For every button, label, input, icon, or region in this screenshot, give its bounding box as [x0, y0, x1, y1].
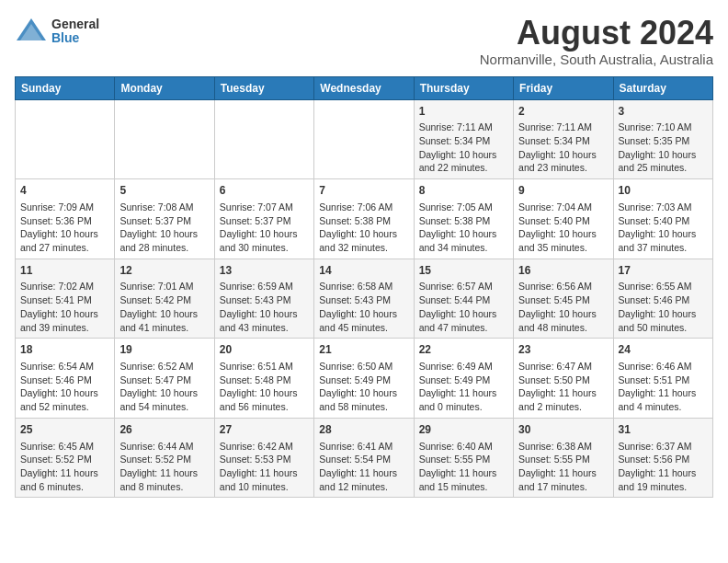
day-info-line: Sunrise: 6:51 AM	[220, 360, 309, 373]
day-info-line: Sunset: 5:42 PM	[119, 293, 209, 307]
day-info-line: Sunset: 5:46 PM	[619, 293, 708, 307]
day-number: 7	[319, 183, 408, 199]
day-info-line: Sunrise: 6:45 AM	[20, 440, 109, 454]
logo: General Blue	[15, 15, 99, 48]
day-info-line: Daylight: 11 hours	[619, 466, 708, 480]
day-number: 30	[518, 422, 608, 438]
week-row-1: 1Sunrise: 7:11 AMSunset: 5:34 PMDaylight…	[16, 99, 713, 179]
logo-blue-text: Blue	[51, 31, 99, 45]
day-info-line: Sunset: 5:38 PM	[419, 214, 508, 228]
day-info-line: and 47 minutes.	[419, 321, 508, 335]
day-info-line: and 56 minutes.	[220, 400, 309, 414]
day-cell-21: 21Sunrise: 6:50 AMSunset: 5:49 PMDayligh…	[314, 339, 414, 419]
day-info-line: and 54 minutes.	[119, 400, 209, 414]
day-info-line: Sunrise: 7:11 AM	[518, 121, 608, 134]
day-info-line: Daylight: 10 hours	[619, 148, 708, 162]
day-info-line: Sunrise: 6:38 AM	[518, 440, 608, 454]
day-header-wednesday: Wednesday	[314, 76, 414, 99]
day-cell-16: 16Sunrise: 6:56 AMSunset: 5:45 PMDayligh…	[514, 259, 613, 339]
day-info-line: Sunset: 5:49 PM	[419, 373, 508, 387]
day-info-line: Daylight: 10 hours	[419, 307, 508, 321]
day-info-line: Sunrise: 7:05 AM	[419, 201, 508, 214]
day-info-line: Daylight: 10 hours	[619, 227, 708, 241]
day-info-line: Sunset: 5:52 PM	[119, 453, 209, 466]
day-info-line: Sunrise: 6:55 AM	[619, 280, 708, 293]
day-info-line: Sunrise: 7:02 AM	[20, 280, 109, 293]
page-header: General Blue August 2024 Normanville, So…	[15, 15, 713, 67]
day-info-line: Sunset: 5:43 PM	[220, 293, 309, 307]
day-info-line: Sunrise: 7:10 AM	[619, 121, 708, 134]
day-info-line: and 0 minutes.	[419, 400, 508, 414]
day-info-line: Sunrise: 6:57 AM	[419, 280, 508, 293]
day-info-line: Daylight: 10 hours	[518, 227, 608, 241]
day-info-line: and 10 minutes.	[220, 480, 309, 494]
day-header-thursday: Thursday	[414, 76, 513, 99]
day-info-line: Sunrise: 6:50 AM	[319, 360, 408, 373]
location-text: Normanville, South Australia, Australia	[480, 52, 713, 67]
day-info-line: and 15 minutes.	[419, 480, 508, 494]
day-info-line: Sunset: 5:48 PM	[220, 373, 309, 387]
day-cell-20: 20Sunrise: 6:51 AMSunset: 5:48 PMDayligh…	[214, 339, 313, 419]
day-info-line: Sunrise: 6:59 AM	[220, 280, 309, 293]
day-info-line: Sunset: 5:43 PM	[319, 293, 408, 307]
day-info-line: Sunset: 5:53 PM	[220, 453, 309, 466]
day-info-line: Daylight: 10 hours	[319, 307, 408, 321]
day-info-line: Sunrise: 6:47 AM	[518, 360, 608, 373]
day-info-line: Daylight: 11 hours	[518, 386, 608, 400]
day-info-line: Sunset: 5:52 PM	[20, 453, 109, 466]
day-cell-23: 23Sunrise: 6:47 AMSunset: 5:50 PMDayligh…	[514, 339, 613, 419]
day-info-line: Sunrise: 6:58 AM	[319, 280, 408, 293]
day-info-line: Sunset: 5:54 PM	[319, 453, 408, 466]
day-number: 1	[419, 104, 508, 120]
day-info-line: and 41 minutes.	[119, 321, 209, 335]
day-cell-30: 30Sunrise: 6:38 AMSunset: 5:55 PMDayligh…	[514, 418, 613, 498]
day-info-line: Daylight: 10 hours	[119, 227, 209, 241]
day-info-line: Sunset: 5:55 PM	[518, 453, 608, 466]
day-cell-6: 6Sunrise: 7:07 AMSunset: 5:37 PMDaylight…	[214, 179, 313, 259]
day-info-line: Daylight: 10 hours	[220, 386, 309, 400]
day-number: 10	[619, 183, 708, 199]
day-info-line: and 50 minutes.	[619, 321, 708, 335]
day-info-line: and 27 minutes.	[20, 241, 109, 255]
day-number: 27	[220, 422, 309, 438]
day-info-line: Sunset: 5:49 PM	[319, 373, 408, 387]
day-number: 16	[518, 263, 608, 279]
day-cell-11: 11Sunrise: 7:02 AMSunset: 5:41 PMDayligh…	[16, 259, 115, 339]
week-row-5: 25Sunrise: 6:45 AMSunset: 5:52 PMDayligh…	[16, 418, 713, 498]
day-number: 20	[220, 342, 309, 358]
day-info-line: Sunset: 5:40 PM	[518, 214, 608, 228]
day-header-saturday: Saturday	[613, 76, 712, 99]
day-info-line: Daylight: 11 hours	[419, 386, 508, 400]
calendar-table: SundayMondayTuesdayWednesdayThursdayFrid…	[15, 76, 713, 499]
day-info-line: and 12 minutes.	[319, 480, 408, 494]
day-number: 3	[619, 104, 708, 120]
day-info-line: Daylight: 10 hours	[220, 307, 309, 321]
day-cell-3: 3Sunrise: 7:10 AMSunset: 5:35 PMDaylight…	[613, 99, 712, 179]
empty-cell	[115, 99, 214, 179]
day-number: 19	[119, 342, 209, 358]
day-info-line: and 32 minutes.	[319, 241, 408, 255]
day-info-line: Sunset: 5:47 PM	[119, 373, 209, 387]
day-info-line: Sunset: 5:37 PM	[220, 214, 309, 228]
day-cell-15: 15Sunrise: 6:57 AMSunset: 5:44 PMDayligh…	[414, 259, 513, 339]
day-number: 22	[419, 342, 508, 358]
day-info-line: Sunset: 5:46 PM	[20, 373, 109, 387]
day-cell-31: 31Sunrise: 6:37 AMSunset: 5:56 PMDayligh…	[613, 418, 712, 498]
day-cell-7: 7Sunrise: 7:06 AMSunset: 5:38 PMDaylight…	[314, 179, 414, 259]
empty-cell	[314, 99, 414, 179]
day-info-line: Sunset: 5:34 PM	[419, 134, 508, 148]
day-info-line: Sunset: 5:55 PM	[419, 453, 508, 466]
day-cell-4: 4Sunrise: 7:09 AMSunset: 5:36 PMDaylight…	[16, 179, 115, 259]
day-info-line: and 45 minutes.	[319, 321, 408, 335]
day-info-line: Sunset: 5:34 PM	[518, 134, 608, 148]
day-info-line: Sunset: 5:50 PM	[518, 373, 608, 387]
day-info-line: Daylight: 10 hours	[619, 307, 708, 321]
day-number: 21	[319, 342, 408, 358]
day-cell-13: 13Sunrise: 6:59 AMSunset: 5:43 PMDayligh…	[214, 259, 313, 339]
day-info-line: Sunrise: 6:40 AM	[419, 440, 508, 454]
day-info-line: Sunrise: 6:52 AM	[119, 360, 209, 373]
day-cell-10: 10Sunrise: 7:03 AMSunset: 5:40 PMDayligh…	[613, 179, 712, 259]
day-info-line: Daylight: 10 hours	[319, 227, 408, 241]
day-number: 14	[319, 263, 408, 279]
day-info-line: and 23 minutes.	[518, 161, 608, 175]
